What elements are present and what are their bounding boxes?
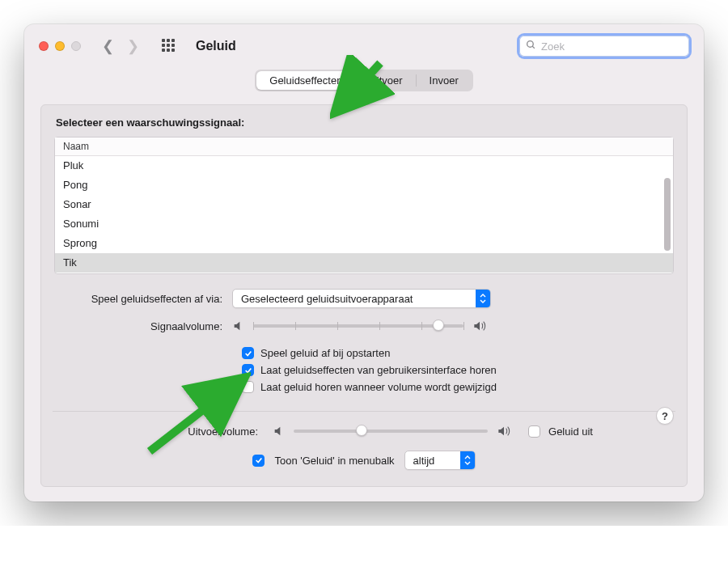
search-icon [526,40,536,53]
menubar-mode-value: altijd [413,455,435,467]
svg-point-0 [527,41,534,48]
output-volume-row: Uitvoervolume: Geluid uit [54,425,674,438]
svg-line-1 [532,46,535,49]
speaker-low-icon [232,320,245,332]
output-volume-slider[interactable] [294,430,488,433]
check-ui-sounds-label: Laat geluidseffecten van gebruikersinter… [260,364,497,376]
play-via-label: Speel geluidseffecten af via: [54,293,232,305]
nav-back-button[interactable]: ❮ [102,37,114,55]
check-volume-change-row: Laat geluid horen wanneer volume wordt g… [242,381,674,393]
check-ui-sounds-row: Laat geluidseffecten van gebruikersinter… [242,364,674,376]
scrollbar-thumb[interactable] [664,178,671,251]
mute-checkbox[interactable] [528,425,540,438]
traffic-lights [39,41,81,51]
show-all-prefs-icon[interactable] [162,39,176,53]
alert-volume-label: Signaalvolume: [54,320,232,332]
search-field[interactable] [519,36,689,57]
show-in-menubar-label: Toon 'Geluid' in menubalk [274,455,394,467]
pane-title: Geluid [196,39,236,53]
play-via-select[interactable]: Geselecteerd geluidsuitvoerapparaat [232,289,491,308]
close-window-button[interactable] [39,41,49,51]
system-preferences-window: ❮ ❯ Geluid Geluidseffecten Uitvoer Invoe… [24,24,704,501]
check-volume-change-label: Laat geluid horen wanneer volume wordt g… [260,381,497,393]
menubar-row: Toon 'Geluid' in menubalk altijd [54,451,674,470]
minimize-window-button[interactable] [55,41,65,51]
segmented-tabs: Geluidseffecten Uitvoer Invoer [255,70,472,91]
alert-sound-heading: Selecteer een waarschuwingssignaal: [54,116,674,129]
list-item[interactable]: Sonar [55,195,673,214]
alert-volume-row: Signaalvolume: [54,320,674,332]
list-item[interactable]: Tik [55,253,673,273]
speaker-high-icon [496,425,512,438]
alert-sound-table[interactable]: Naam Pluk Pong Sonar Sonumi Sprong Tik [54,137,674,274]
titlebar: ❮ ❯ Geluid [24,24,704,65]
show-in-menubar-check[interactable] [252,455,265,467]
search-input[interactable] [541,40,683,53]
select-arrows-icon [476,290,490,307]
sound-effects-panel: Selecteer een waarschuwingssignaal: Naam… [40,104,688,487]
speaker-high-icon [472,320,488,332]
nav-forward-button[interactable]: ❯ [127,37,139,55]
list-item[interactable]: Pluk [55,156,673,176]
play-via-value: Geselecteerd geluidsuitvoerapparaat [241,293,413,305]
list-item[interactable]: Sonumi [55,214,673,234]
list-item[interactable]: Sprong [55,234,673,253]
tabs-row: Geluidseffecten Uitvoer Invoer [24,65,704,103]
help-button[interactable]: ? [656,407,674,425]
speaker-low-icon [273,425,286,438]
tab-input[interactable]: Invoer [417,71,472,90]
mute-label: Geluid uit [548,425,593,438]
check-ui-sounds[interactable] [242,364,254,376]
check-startup-sound[interactable] [242,347,254,359]
menubar-mode-select[interactable]: altijd [404,451,476,470]
check-startup-sound-row: Speel geluid af bij opstarten [242,347,674,359]
separator [53,411,675,412]
tab-sound-effects[interactable]: Geluidseffecten [256,71,355,90]
alert-sound-list[interactable]: Pluk Pong Sonar Sonumi Sprong Tik [55,156,673,273]
tab-output[interactable]: Uitvoer [356,71,415,90]
check-volume-change[interactable] [242,381,254,393]
alert-volume-slider[interactable] [253,324,463,328]
table-header-name: Naam [55,138,673,156]
play-via-row: Speel geluidseffecten af via: Geselectee… [54,289,674,308]
select-arrows-icon [460,451,475,469]
check-startup-sound-label: Speel geluid af bij opstarten [260,347,390,359]
nav-arrows: ❮ ❯ [102,37,139,55]
list-item[interactable]: Pong [55,176,673,195]
zoom-window-button[interactable] [71,41,81,51]
output-volume-label: Uitvoervolume: [135,425,265,438]
